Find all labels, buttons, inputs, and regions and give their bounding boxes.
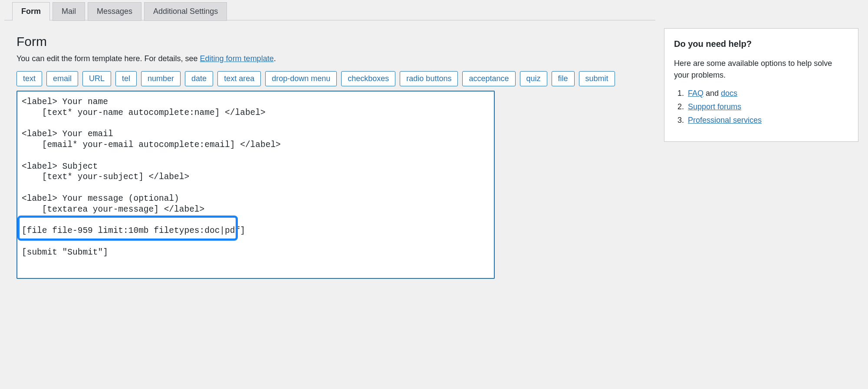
tag-btn-text[interactable]: text: [16, 71, 42, 86]
tag-generator-buttons: text email URL tel number date text area…: [16, 71, 643, 86]
tag-btn-tel[interactable]: tel: [115, 71, 137, 86]
sidebar-option-1-mid: and: [704, 89, 721, 98]
tab-mail[interactable]: Mail: [53, 2, 85, 21]
sidebar-option-3: Professional services: [686, 116, 848, 125]
intro-link[interactable]: Editing form template: [200, 54, 274, 63]
section-heading: Form: [16, 34, 643, 49]
intro-text: You can edit the form template here. For…: [16, 54, 643, 63]
editor-container: [16, 91, 495, 281]
tag-btn-checkboxes[interactable]: checkboxes: [341, 71, 395, 86]
tag-btn-acceptance[interactable]: acceptance: [462, 71, 515, 86]
tag-btn-number[interactable]: number: [141, 71, 181, 86]
tag-btn-submit[interactable]: submit: [579, 71, 615, 86]
tag-btn-date[interactable]: date: [185, 71, 213, 86]
faq-link[interactable]: FAQ: [688, 89, 704, 98]
tab-additional-settings[interactable]: Additional Settings: [144, 2, 227, 21]
tab-messages[interactable]: Messages: [88, 2, 141, 21]
tag-btn-file[interactable]: file: [552, 71, 575, 86]
form-template-editor[interactable]: [16, 91, 495, 279]
sidebar-option-1: FAQ and docs: [686, 89, 848, 98]
editor-tabs: Form Mail Messages Additional Settings: [0, 0, 868, 20]
intro-suffix: .: [274, 54, 276, 63]
tag-btn-dropdown[interactable]: drop-down menu: [265, 71, 337, 86]
support-forums-link[interactable]: Support forums: [688, 102, 741, 111]
tag-btn-radio[interactable]: radio buttons: [400, 71, 458, 86]
tag-btn-email[interactable]: email: [46, 71, 78, 86]
sidebar-intro: Here are some available options to help …: [674, 58, 848, 81]
sidebar-title: Do you need help?: [674, 39, 848, 49]
sidebar-option-2: Support forums: [686, 102, 848, 111]
sidebar-options-list: FAQ and docs Support forums Professional…: [674, 89, 848, 125]
tab-form[interactable]: Form: [12, 2, 50, 21]
intro-prefix: You can edit the form template here. For…: [16, 54, 200, 63]
docs-link[interactable]: docs: [721, 89, 737, 98]
help-sidebar: Do you need help? Here are some availabl…: [664, 28, 858, 142]
tag-btn-url[interactable]: URL: [82, 71, 111, 86]
tag-btn-textarea[interactable]: text area: [217, 71, 261, 86]
tag-btn-quiz[interactable]: quiz: [520, 71, 547, 86]
main-panel: Form You can edit the form template here…: [4, 20, 655, 281]
professional-services-link[interactable]: Professional services: [688, 116, 762, 124]
